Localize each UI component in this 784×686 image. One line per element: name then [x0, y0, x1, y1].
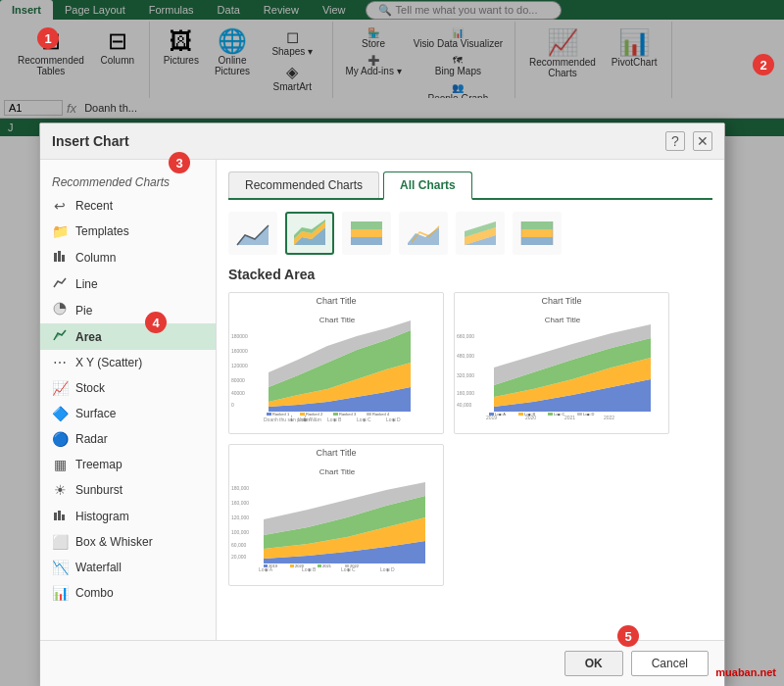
svg-text:160000: 160000: [231, 348, 248, 354]
insert-chart-modal: Insert Chart ? ✕ Recommended Charts ↩ Re…: [39, 122, 725, 686]
svg-text:100,000: 100,000: [231, 529, 249, 535]
svg-rect-45: [333, 413, 338, 416]
svg-rect-86: [264, 564, 268, 567]
svg-text:160,000: 160,000: [457, 390, 474, 396]
sidebar-item-radar[interactable]: 🔵 Radar: [40, 426, 216, 452]
modal-sidebar: Recommended Charts ↩ Recent 📁 Templates …: [40, 160, 217, 640]
sidebar-item-waterfall-label: Waterfall: [75, 561, 122, 574]
svg-text:Loại D: Loại D: [583, 412, 594, 416]
sidebar-item-box-whisker-label: Box & Whisker: [75, 535, 153, 549]
chart-preview-1[interactable]: Chart Title Chart Title 180000 160000 12…: [228, 292, 444, 434]
svg-text:80000: 80000: [231, 377, 245, 383]
svg-text:Chart Title: Chart Title: [545, 316, 581, 324]
svg-text:Loại C: Loại C: [357, 416, 371, 422]
modal-footer: OK Cancel: [40, 640, 724, 686]
step-3-badge: 3: [169, 152, 190, 173]
sidebar-item-treemap[interactable]: ▦ Treemap: [40, 452, 216, 477]
svg-text:Ranked 4: Ranked 4: [372, 412, 390, 416]
svg-text:120,000: 120,000: [231, 514, 249, 520]
tab-all-charts[interactable]: All Charts: [383, 172, 472, 200]
area-type-3d-stacked[interactable]: [456, 212, 505, 255]
sidebar-item-templates[interactable]: 📁 Templates: [40, 219, 216, 244]
svg-text:2022: 2022: [350, 564, 360, 568]
step-5-badge: 5: [617, 625, 639, 647]
svg-text:Ranked 1: Ranked 1: [272, 412, 290, 416]
recent-icon: ↩: [52, 198, 68, 214]
sidebar-item-sunburst-label: Sunburst: [75, 483, 122, 497]
sidebar-item-column[interactable]: Column: [40, 244, 216, 270]
svg-rect-69: [577, 413, 582, 416]
combo-icon: 📊: [52, 585, 68, 601]
svg-text:Loại A: Loại A: [298, 416, 313, 422]
chart-preview-3[interactable]: Chart Title Chart Title 180,000 160,000 …: [228, 444, 444, 586]
svg-text:160,000: 160,000: [231, 500, 249, 506]
sidebar-item-stock[interactable]: 📈 Stock: [40, 375, 216, 401]
surface-icon: 🔷: [52, 406, 68, 421]
sidebar-item-sunburst[interactable]: ☀ Sunburst: [40, 477, 216, 503]
sidebar-item-treemap-label: Treemap: [75, 458, 122, 471]
modal-title: Insert Chart: [52, 133, 129, 149]
svg-rect-14: [351, 221, 382, 229]
svg-rect-63: [489, 413, 494, 416]
svg-text:Loại B: Loại B: [524, 412, 535, 416]
sidebar-item-area-label: Area: [75, 330, 102, 344]
sidebar-item-xy-scatter-label: X Y (Scatter): [75, 356, 142, 369]
svg-rect-21: [521, 229, 553, 237]
svg-text:180000: 180000: [231, 333, 248, 339]
svg-text:Doanh thu sản phẩm Năm: Doanh thu sản phẩm Năm: [264, 416, 321, 422]
area-type-100-stacked[interactable]: [342, 212, 391, 255]
svg-text:Loại A: Loại A: [495, 412, 506, 416]
modal-help-button[interactable]: ?: [665, 131, 685, 151]
step-4-badge: 4: [145, 312, 167, 333]
svg-rect-22: [521, 221, 553, 229]
area-type-3d[interactable]: [399, 212, 448, 255]
chart-preview-2[interactable]: Chart Title Chart Title 660,000 480,000 …: [454, 292, 669, 434]
chart-section-title: Stacked Area: [228, 267, 712, 282]
chart-preview-2-title: Chart Title: [455, 293, 668, 309]
area-icon: [52, 328, 68, 345]
svg-text:20,000: 20,000: [231, 554, 247, 560]
sidebar-item-radar-label: Radar: [75, 432, 108, 446]
svg-rect-90: [318, 564, 321, 567]
svg-text:320,000: 320,000: [457, 372, 474, 378]
sidebar-item-combo-label: Combo: [75, 586, 114, 600]
sidebar-item-line[interactable]: Line: [40, 270, 216, 297]
svg-rect-2: [62, 255, 65, 262]
modal-titlebar: Insert Chart ? ✕: [40, 123, 724, 160]
waterfall-icon: 📉: [52, 560, 68, 575]
svg-text:Ranked 3: Ranked 3: [339, 412, 357, 416]
chart-type-icon-row: [228, 212, 712, 255]
sidebar-item-histogram[interactable]: Histogram: [40, 503, 216, 529]
area-type-stacked[interactable]: [285, 212, 334, 255]
modal-close-button[interactable]: ✕: [693, 131, 712, 151]
sidebar-item-pie[interactable]: Pie: [40, 297, 216, 323]
sidebar-item-xy-scatter[interactable]: ⋯ X Y (Scatter): [40, 350, 216, 375]
sidebar-item-surface[interactable]: 🔷 Surface: [40, 401, 216, 426]
svg-marker-15: [408, 227, 439, 245]
sidebar-item-area[interactable]: Area: [40, 323, 216, 350]
sidebar-item-combo[interactable]: 📊 Combo: [40, 580, 216, 606]
svg-text:40,000: 40,000: [457, 402, 472, 408]
sidebar-item-waterfall[interactable]: 📉 Waterfall: [40, 555, 216, 580]
svg-rect-5: [58, 511, 61, 520]
svg-rect-43: [300, 413, 305, 416]
ok-button[interactable]: OK: [564, 651, 623, 676]
area-type-3d-100[interactable]: [513, 212, 562, 255]
sidebar-item-recent[interactable]: ↩ Recent: [40, 193, 216, 219]
area-type-plain[interactable]: [228, 212, 277, 255]
tab-recommended-charts[interactable]: Recommended Charts: [228, 172, 379, 198]
line-icon: [52, 275, 68, 292]
svg-rect-92: [345, 564, 349, 567]
sidebar-item-box-whisker[interactable]: ⬜ Box & Whisker: [40, 529, 216, 555]
chart-type-tabs: Recommended Charts All Charts: [228, 172, 712, 200]
radar-icon: 🔵: [52, 431, 68, 447]
svg-text:0: 0: [231, 402, 234, 408]
cancel-button[interactable]: Cancel: [631, 651, 709, 676]
svg-text:Loại B: Loại B: [302, 566, 317, 572]
treemap-icon: ▦: [52, 457, 68, 472]
svg-rect-12: [351, 237, 382, 245]
svg-text:480,000: 480,000: [457, 353, 474, 359]
sunburst-icon: ☀: [52, 482, 68, 498]
sidebar-item-stock-label: Stock: [75, 381, 105, 395]
chart-preview-3-title: Chart Title: [229, 445, 443, 461]
